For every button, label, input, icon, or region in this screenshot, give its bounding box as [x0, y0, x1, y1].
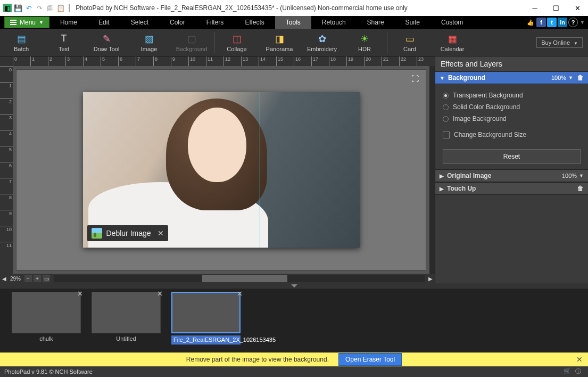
buy-online-button[interactable]: Buy Online ▼	[536, 37, 583, 48]
menu-item-select[interactable]: Select	[120, 16, 159, 29]
menu-item-suite[interactable]: Suite	[395, 16, 430, 29]
tool-label: Draw Tool	[94, 46, 120, 52]
chevron-down-icon[interactable]: ▼	[568, 75, 573, 80]
card-icon: ▭	[404, 33, 416, 45]
linkedin-icon[interactable]: in	[558, 18, 567, 27]
zoom-out-icon[interactable]: −	[24, 275, 32, 282]
thumb-item[interactable]: ✕ Untitled	[92, 292, 161, 342]
maximize-button[interactable]: ☐	[545, 0, 567, 16]
zoom-in-icon[interactable]: +	[34, 275, 41, 282]
menu-item-custom[interactable]: Custom	[430, 16, 474, 29]
close-icon[interactable]: ✕	[157, 290, 163, 298]
help-icon[interactable]: ?	[568, 18, 578, 27]
section-label: Touch Up	[447, 185, 476, 192]
chevron-down-icon[interactable]: ▼	[580, 20, 585, 25]
trash-icon[interactable]: 🗑	[577, 185, 584, 192]
tool-calendar[interactable]: ▦Calendar	[431, 29, 474, 56]
tool-background: ▢Background	[170, 29, 213, 56]
menu-button-label: Menu	[20, 19, 36, 26]
radio-solid[interactable]: Solid Color Background	[443, 101, 581, 113]
section-background-body: Transparent Background Solid Color Backg…	[435, 84, 588, 169]
menu-item-color[interactable]: Color	[159, 16, 196, 29]
facebook-icon[interactable]: f	[536, 18, 546, 27]
burger-icon	[10, 20, 16, 25]
thumb-item[interactable]: ✕ File_2_RealESRGAN_2X_1026153435	[171, 292, 241, 345]
close-icon[interactable]: ✕	[237, 290, 243, 298]
effects-panel: Effects and Layers ▼ Background 100% ▼ 🗑…	[435, 56, 588, 283]
tool-label: Panorama	[266, 46, 293, 52]
radio-label: Solid Color Background	[453, 103, 520, 111]
fullscreen-icon[interactable]: ⛶	[408, 73, 423, 85]
menu-item-filters[interactable]: Filters	[196, 16, 235, 29]
check-change-size[interactable]: Change Background Size	[443, 128, 581, 142]
reset-button[interactable]: Reset	[443, 149, 581, 164]
toolbar: ▤BatchTText✎Draw Tool▧Image▢Background◫C…	[0, 29, 588, 56]
info-icon[interactable]: ⓘ	[575, 367, 584, 376]
canvas-scrollbar-h[interactable]	[54, 275, 425, 282]
copy-icon[interactable]: 🗐	[46, 4, 54, 12]
effect-tag-label: Deblur Image	[106, 229, 151, 237]
radio-transparent[interactable]: Transparent Background	[443, 89, 581, 101]
radio-icon	[443, 116, 449, 122]
canvas-scrollbar-v[interactable]	[429, 66, 435, 274]
footer: PhotoPad v 9.81 © NCH Software 🛒 ⓘ	[0, 366, 588, 377]
trash-icon[interactable]: 🗑	[577, 74, 584, 81]
info-bar: Remove part of the image to view the bac…	[0, 353, 588, 366]
chevron-down-icon[interactable]: ▼	[579, 173, 584, 178]
twitter-icon[interactable]: t	[547, 18, 557, 27]
thumb-item[interactable]: ✕ chulk	[12, 292, 81, 342]
tool-collage[interactable]: ◫Collage	[216, 29, 258, 56]
menu-item-tools[interactable]: Tools	[275, 16, 311, 29]
minimize-button[interactable]: ─	[524, 0, 545, 16]
thumb-label: Untitled	[116, 335, 136, 342]
collage-icon: ◫	[231, 33, 243, 45]
batch-icon: ▤	[15, 33, 27, 45]
thumbsup-icon[interactable]: 👍	[526, 18, 535, 27]
tool-hdr[interactable]: ☀HDR	[343, 29, 386, 56]
tool-image[interactable]: ▧Image	[128, 29, 170, 56]
close-button[interactable]: ✕	[567, 0, 588, 16]
menu-item-edit[interactable]: Edit	[88, 16, 120, 29]
menu-item-home[interactable]: Home	[49, 16, 88, 29]
radio-label: Transparent Background	[453, 92, 523, 99]
effect-tag[interactable]: Deblur Image ✕	[87, 225, 168, 241]
section-label: Original Image	[447, 172, 491, 179]
panel-resize-handle[interactable]	[0, 283, 588, 289]
close-icon[interactable]: ✕	[158, 229, 164, 237]
cart-icon[interactable]: 🛒	[564, 367, 572, 376]
calendar-icon: ▦	[446, 33, 458, 45]
undo-icon[interactable]: ↶	[24, 4, 33, 12]
tool-embroidery[interactable]: ✿Embroidery	[301, 29, 343, 56]
menu-button[interactable]: Menu ▼	[4, 17, 49, 28]
image-preview[interactable]: Deblur Image ✕	[83, 92, 360, 248]
nav-left-icon[interactable]: ◀	[2, 276, 6, 282]
open-eraser-button[interactable]: Open Eraser Tool	[338, 353, 402, 366]
text-icon: T	[58, 33, 70, 45]
tool-text[interactable]: TText	[43, 29, 85, 56]
radio-image[interactable]: Image Background	[443, 113, 581, 125]
close-icon[interactable]: ✕	[576, 355, 583, 364]
paste-icon[interactable]: 📋	[56, 4, 65, 12]
redo-icon[interactable]: ↷	[35, 4, 44, 12]
tool-card[interactable]: ▭Card	[388, 29, 431, 56]
canvas[interactable]: ⛶ Deblur Image ✕	[13, 66, 429, 274]
menu-item-retouch[interactable]: Retouch	[311, 16, 357, 29]
menu-item-share[interactable]: Share	[357, 16, 395, 29]
save-icon[interactable]: 💾	[14, 4, 22, 12]
nav-right-icon[interactable]: ▶	[428, 276, 433, 282]
section-original[interactable]: ▶ Original Image 100% ▼	[435, 169, 588, 182]
section-touchup[interactable]: ▶ Touch Up 🗑	[435, 182, 588, 195]
tool-batch[interactable]: ▤Batch	[0, 29, 43, 56]
section-background[interactable]: ▼ Background 100% ▼ 🗑	[435, 71, 588, 84]
tool-label: HDR	[358, 46, 371, 52]
close-icon[interactable]: ✕	[77, 290, 83, 298]
tool-panorama[interactable]: ◨Panorama	[258, 29, 301, 56]
chevron-down-icon: ▼	[574, 41, 578, 46]
menu-item-effects[interactable]: Effects	[234, 16, 275, 29]
tool-label: Text	[59, 46, 69, 52]
tool-label: Calendar	[441, 46, 465, 52]
zoom-fit-icon[interactable]: ▭	[43, 275, 50, 282]
tool-draw-tool[interactable]: ✎Draw Tool	[85, 29, 128, 56]
guide-line	[260, 92, 260, 248]
tool-label: Batch	[14, 46, 29, 52]
